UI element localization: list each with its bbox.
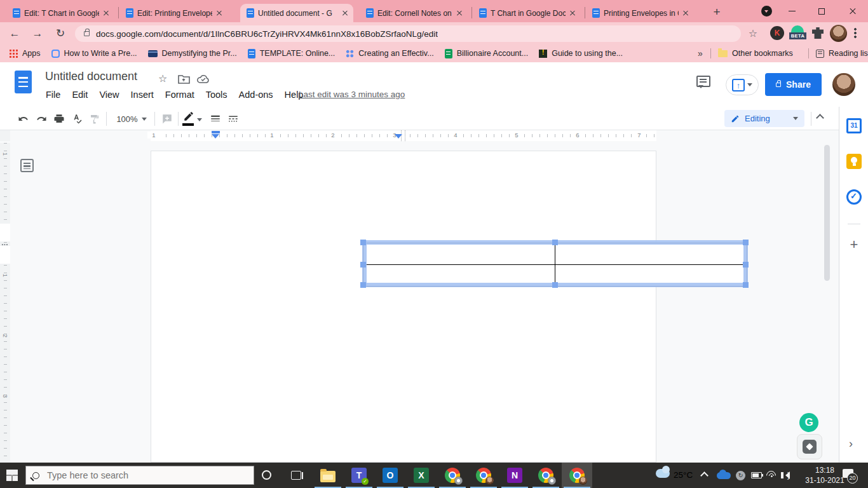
taskbar-chrome-4-active[interactable] — [562, 463, 592, 488]
address-bar[interactable]: docs.google.com/document/d/1IlnC6BRU6cTr… — [75, 25, 741, 42]
taskbar-chrome-2[interactable] — [468, 463, 499, 488]
taskbar-onenote[interactable]: N — [499, 463, 530, 488]
tasks-icon[interactable] — [846, 189, 862, 205]
paint-format-button[interactable] — [86, 111, 103, 127]
docs-logo-icon[interactable] — [15, 71, 32, 93]
cortana-icon[interactable] — [262, 470, 271, 480]
reading-list-button[interactable]: Reading list — [816, 49, 868, 58]
selection-handle[interactable] — [360, 240, 366, 245]
selection-handle[interactable] — [360, 262, 366, 268]
vertical-scrollbar[interactable] — [824, 145, 830, 281]
cloud-status-icon[interactable] — [197, 74, 210, 84]
add-addon-button[interactable]: + — [846, 236, 862, 253]
menu-format[interactable]: Format — [159, 88, 200, 102]
menu-view[interactable]: View — [93, 88, 125, 102]
reload-button[interactable]: ↻ — [52, 25, 69, 42]
tab-close-icon[interactable] — [342, 10, 348, 17]
table-row-band[interactable] — [0, 246, 10, 264]
vertical-ruler[interactable]: 1 1 2 3 — [0, 143, 10, 463]
editing-mode-button[interactable]: Editing — [724, 110, 804, 127]
tab-6[interactable]: Printing Envelopes in C — [586, 4, 694, 22]
tab-2[interactable]: Edit: Printing Envelope — [119, 4, 227, 22]
other-bookmarks-button[interactable]: Other bookmarks — [718, 49, 793, 58]
document-page[interactable] — [151, 151, 656, 463]
tab-5[interactable]: T Chart in Google Doc — [473, 4, 581, 22]
column-boundary-marker[interactable] — [395, 134, 402, 142]
tab-3-active[interactable]: Untitled document - G — [240, 4, 353, 22]
menu-tools[interactable]: Tools — [200, 88, 233, 102]
bookmark-item[interactable]: Guide to using the... — [539, 49, 623, 58]
bookmarks-overflow-chevron[interactable]: » — [698, 48, 703, 58]
calendar-icon[interactable]: 31 — [846, 118, 862, 133]
border-width-button[interactable] — [207, 111, 224, 127]
selection-handle[interactable] — [743, 262, 749, 268]
notification-count-badge[interactable]: 20 — [847, 473, 858, 484]
account-avatar[interactable] — [832, 73, 855, 96]
menu-addons[interactable]: Add-ons — [233, 88, 279, 102]
browser-menu-icon[interactable] — [854, 27, 857, 39]
tab-close-icon[interactable] — [216, 10, 222, 17]
collapse-panel-chevron[interactable]: › — [849, 437, 853, 451]
wifi-icon[interactable] — [766, 471, 777, 480]
menu-edit[interactable]: Edit — [66, 88, 93, 102]
bookmark-apps[interactable]: Apps — [9, 49, 41, 58]
last-edit-link[interactable]: Last edit was 3 minutes ago — [299, 90, 405, 99]
bookmark-item[interactable]: Demystifying the Pr... — [148, 49, 237, 58]
extensions-puzzle-icon[interactable] — [812, 27, 824, 39]
first-line-indent-marker[interactable] — [212, 131, 220, 133]
border-dash-button[interactable] — [225, 111, 241, 127]
tab-close-icon[interactable] — [682, 10, 689, 17]
menu-insert[interactable]: Insert — [125, 88, 159, 102]
selection-handle[interactable] — [360, 282, 366, 288]
close-window-button[interactable] — [840, 0, 865, 22]
tab-close-icon[interactable] — [103, 10, 109, 17]
start-button[interactable] — [6, 470, 18, 481]
extension-k-icon[interactable]: K — [770, 26, 784, 40]
weather-icon[interactable] — [656, 469, 670, 478]
bookmark-star-button[interactable]: ☆ — [745, 25, 761, 42]
keep-icon[interactable] — [846, 154, 862, 169]
sync-icon[interactable]: ↻ — [736, 471, 745, 480]
forward-button[interactable]: → — [29, 25, 46, 42]
taskbar-chrome-3[interactable] — [531, 463, 561, 488]
onedrive-icon[interactable] — [717, 472, 731, 479]
show-outline-button[interactable] — [20, 159, 34, 172]
table-row-band[interactable] — [0, 224, 10, 241]
border-color-button[interactable] — [180, 108, 197, 125]
zoom-control[interactable]: 100% — [113, 111, 150, 127]
volume-icon[interactable] — [782, 471, 790, 479]
temperature-label[interactable]: 25°C — [674, 470, 693, 480]
tray-expand-chevron[interactable] — [700, 471, 709, 480]
tab-close-icon[interactable] — [569, 10, 576, 17]
bookmark-item[interactable]: How to Write a Pre... — [51, 49, 137, 58]
taskbar-excel[interactable]: X — [406, 463, 437, 488]
tab-4[interactable]: Edit: Cornell Notes on — [360, 4, 468, 22]
battery-icon[interactable] — [751, 472, 762, 478]
tab-close-icon[interactable] — [456, 10, 463, 17]
left-indent-marker[interactable] — [212, 134, 219, 142]
search-input[interactable] — [47, 470, 225, 480]
tab-search-button[interactable] — [761, 6, 772, 17]
tab-1[interactable]: Edit: T Chart in Google — [6, 4, 114, 22]
horizontal-ruler[interactable]: 1 1 2 3 4 5 6 7 — [151, 130, 656, 141]
selection-handle[interactable] — [552, 282, 558, 288]
bookmark-item[interactable]: Creating an Effectiv... — [346, 49, 433, 58]
taskbar-outlook[interactable]: O — [375, 463, 405, 488]
browser-profile-avatar[interactable] — [830, 25, 847, 42]
explore-button[interactable] — [797, 434, 822, 459]
chevron-down-icon[interactable] — [197, 118, 202, 124]
document-title[interactable]: Untitled document — [45, 70, 137, 83]
bookmark-item[interactable]: Billionaire Account... — [445, 49, 529, 58]
add-comment-button[interactable] — [159, 111, 175, 127]
selection-handle[interactable] — [743, 240, 749, 245]
back-button[interactable]: ← — [6, 25, 23, 42]
move-folder-icon[interactable] — [178, 74, 190, 84]
extension-beta-icon[interactable]: BETA — [789, 25, 806, 41]
collapse-toolbar-chevron[interactable] — [816, 114, 824, 122]
share-button[interactable]: Share — [765, 73, 822, 96]
menu-file[interactable]: File — [40, 88, 66, 102]
taskbar-chrome-1[interactable] — [437, 463, 468, 488]
table-cell-r1c1[interactable] — [363, 243, 555, 265]
taskbar-search[interactable] — [25, 466, 254, 485]
new-tab-button[interactable]: + — [709, 5, 724, 20]
